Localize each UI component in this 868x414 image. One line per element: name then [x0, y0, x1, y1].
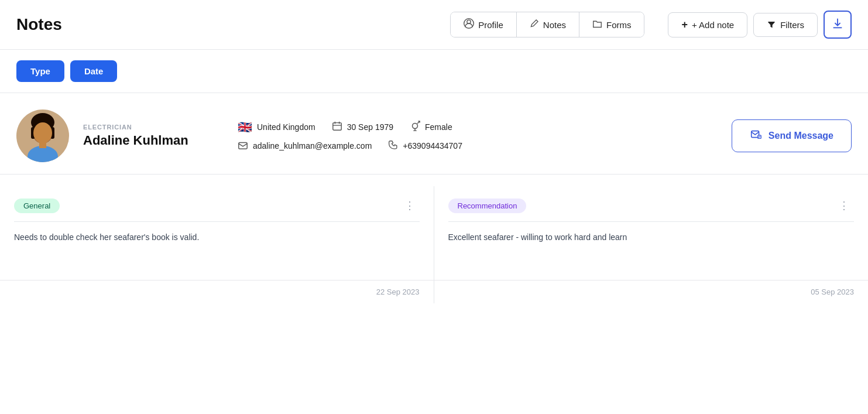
note-menu-dots-general[interactable]: ⋮ — [400, 197, 420, 214]
note-content-recommendation: Excellent seafarer - willing to work har… — [434, 222, 869, 280]
add-note-label: + Add note — [692, 20, 734, 30]
note-menu-dots-recommendation[interactable]: ⋮ — [834, 197, 854, 214]
type-filter-button[interactable]: Type — [16, 60, 64, 82]
email-detail: adaline_kuhlman@example.com — [238, 140, 372, 152]
gender-icon — [410, 121, 420, 133]
note-card-header-recommendation: Recommendation ⋮ — [434, 186, 869, 221]
note-tag-recommendation: Recommendation — [448, 199, 527, 213]
send-message-icon — [750, 128, 763, 143]
filter-icon — [767, 19, 776, 30]
svg-point-11 — [413, 124, 418, 129]
note-card-general: General ⋮ Needs to double check her seaf… — [0, 186, 434, 303]
svg-rect-12 — [239, 142, 247, 149]
note-content-general: Needs to double check her seafarer's boo… — [0, 222, 434, 280]
email-text: adaline_kuhlman@example.com — [253, 141, 372, 150]
detail-row-top: 🇬🇧 United Kingdom 30 Sep 1979 — [238, 120, 462, 134]
profile-info: ELECTRICIAN Adaline Kuhlman — [83, 124, 200, 148]
profile-section: ELECTRICIAN Adaline Kuhlman 🇬🇧 United Ki… — [0, 93, 868, 175]
email-icon — [238, 140, 248, 152]
svg-rect-14 — [758, 135, 761, 139]
svg-rect-9 — [39, 141, 46, 148]
note-footer-general: 22 Sep 2023 — [0, 280, 434, 303]
note-footer-recommendation: 05 Sep 2023 — [434, 280, 869, 303]
tab-forms-label: Forms — [606, 20, 632, 30]
tab-profile[interactable]: Profile — [451, 12, 517, 37]
profile-details: 🇬🇧 United Kingdom 30 Sep 1979 — [238, 120, 462, 152]
note-card-header-general: General ⋮ — [0, 186, 434, 221]
svg-rect-10 — [332, 123, 341, 131]
download-icon — [831, 17, 844, 33]
page-title: Notes — [16, 15, 92, 34]
flag-icon: 🇬🇧 — [238, 120, 252, 134]
gender-text: Female — [425, 122, 452, 132]
avatar — [16, 110, 69, 162]
person-name: Adaline Kuhlman — [83, 133, 200, 148]
pencil-icon — [530, 19, 539, 30]
detail-row-bottom: adaline_kuhlman@example.com +63909443470… — [238, 140, 462, 152]
phone-text: +639094434707 — [403, 141, 462, 150]
filter-bar: Type Date — [0, 50, 868, 93]
country-text: United Kingdom — [257, 122, 315, 132]
note-date-general: 22 Sep 2023 — [376, 288, 420, 296]
plus-icon: + — [681, 19, 688, 31]
tab-notes-label: Notes — [543, 20, 566, 30]
dob-detail: 30 Sep 1979 — [332, 121, 393, 133]
gender-detail: Female — [410, 121, 452, 133]
date-filter-button[interactable]: Date — [70, 60, 118, 82]
filters-button[interactable]: Filters — [753, 13, 818, 37]
nav-tabs: Profile Notes Forms — [450, 12, 644, 37]
phone-detail: +639094434707 — [388, 140, 462, 152]
action-buttons: + + Add note Filters — [668, 11, 852, 39]
svg-point-7 — [33, 122, 52, 143]
tab-forms[interactable]: Forms — [579, 12, 644, 37]
download-button[interactable] — [824, 11, 852, 39]
phone-icon — [388, 140, 398, 152]
note-card-recommendation: Recommendation ⋮ Excellent seafarer - wi… — [434, 186, 869, 303]
country-detail: 🇬🇧 United Kingdom — [238, 120, 315, 134]
profession-label: ELECTRICIAN — [83, 124, 200, 131]
tab-profile-label: Profile — [478, 20, 503, 30]
folder-icon — [592, 19, 602, 31]
send-message-label: Send Message — [768, 131, 833, 141]
add-note-button[interactable]: + + Add note — [668, 12, 747, 37]
header: Notes Profile Notes — [0, 0, 868, 50]
note-tag-general: General — [14, 199, 60, 213]
profile-icon — [464, 18, 474, 31]
notes-area: General ⋮ Needs to double check her seaf… — [0, 175, 868, 315]
dob-text: 30 Sep 1979 — [347, 122, 393, 132]
send-message-button[interactable]: Send Message — [732, 119, 852, 152]
tab-notes[interactable]: Notes — [517, 12, 579, 37]
note-date-recommendation: 05 Sep 2023 — [811, 288, 854, 296]
filters-label: Filters — [780, 20, 804, 30]
calendar-icon — [332, 121, 342, 133]
